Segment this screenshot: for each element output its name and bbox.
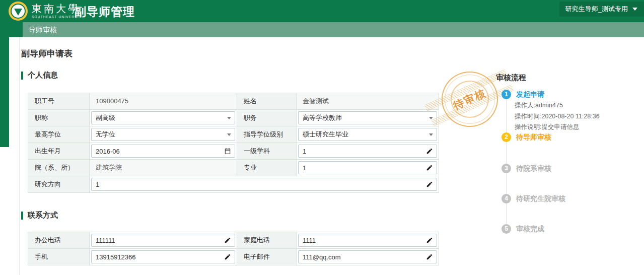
mobile-label: 手机 (28, 249, 90, 265)
name-value: 金智测试 (297, 93, 439, 110)
workflow-step-5: 5 审核完成 (502, 224, 544, 234)
guide-level-value: 硕士研究生毕业 (303, 130, 348, 139)
major-input[interactable]: 1 (298, 161, 437, 174)
first-discipline-label: 一级学科 (237, 143, 297, 160)
section-header-contact: 联系方式 (21, 211, 58, 220)
title-rank-value: 副高级 (96, 113, 115, 122)
personal-info-table: 职工号 109000475 姓名 金智测试 职称 副高级 职务 高等学校教师 最… (28, 93, 439, 193)
staff-id-value: 109000475 (90, 93, 237, 110)
step-label: 发起申请 (516, 90, 544, 99)
highest-degree-select[interactable]: 无学位 (91, 128, 235, 141)
detail-note: 操作说明:提交申请信息 (515, 122, 600, 133)
nav-item-mentor-review[interactable]: 导师审核 (29, 22, 57, 37)
step-number-badge: 4 (502, 194, 511, 203)
step-number-badge: 2 (502, 132, 511, 142)
section-title: 个人信息 (28, 71, 58, 80)
nav-left-segment (0, 22, 23, 37)
workflow-step-3: 3 待院系审核 (502, 164, 551, 173)
position-select[interactable]: 高等学校教师 (298, 111, 437, 124)
step-label: 待院系审核 (516, 164, 551, 173)
title-rank-select[interactable]: 副高级 (91, 111, 235, 124)
section-marker (21, 212, 23, 220)
research-direction-input[interactable]: 1 (91, 178, 437, 191)
position-value: 高等学校教师 (303, 113, 342, 122)
user-menu-label: 研究生导师_测试专用 (565, 5, 628, 14)
university-logo-icon (9, 2, 28, 21)
step-label: 待研究生院审核 (516, 194, 565, 203)
contact-info-table: 办公电话 111111 家庭电话 1111 手机 13915912366 (28, 232, 439, 265)
sidebar-strip (0, 37, 9, 147)
application-window: 東南大學 SOUTHEAST UNIVERSITY 副导师管理 研究生导师_测试… (0, 0, 644, 275)
section-header-personal: 个人信息 (21, 71, 58, 80)
birth-month-value: 2016-06 (96, 148, 120, 155)
content-divider (19, 37, 20, 275)
pencil-icon (224, 237, 231, 244)
home-phone-value: 1111 (303, 237, 316, 244)
position-label: 职务 (237, 110, 297, 126)
mobile-value: 13915912366 (96, 253, 136, 261)
guide-level-label: 指导学位级别 (237, 126, 297, 143)
pencil-icon (426, 181, 433, 188)
pencil-icon (426, 253, 433, 260)
office-phone-label: 办公电话 (28, 232, 90, 249)
page-title: 副导师申请表 (21, 48, 73, 59)
app-title: 副导师管理 (75, 4, 135, 20)
chevron-down-icon (227, 117, 231, 119)
pencil-icon (426, 237, 433, 244)
pencil-icon (426, 148, 433, 155)
user-menu[interactable]: 研究生导师_测试专用 (559, 2, 644, 17)
title-rank-label: 职称 (28, 110, 90, 126)
first-discipline-value: 1 (303, 148, 306, 155)
home-phone-label: 家庭电话 (237, 232, 297, 249)
emblem-shield-shape (14, 9, 22, 16)
chevron-down-icon (429, 117, 433, 119)
birth-month-date-input[interactable]: 2016-06 (91, 145, 235, 158)
email-value: 111@qq.com (303, 253, 341, 261)
email-label: 电子邮件 (237, 249, 297, 265)
research-direction-label: 研究方向 (28, 176, 90, 193)
step-label: 审核完成 (516, 225, 544, 234)
detail-time: 操作时间:2020-08-20 11:28:36 (515, 111, 600, 122)
department-label: 院（系、所） (28, 160, 90, 176)
office-phone-input[interactable]: 111111 (91, 234, 235, 247)
research-direction-value: 1 (96, 181, 99, 188)
section-marker (21, 72, 23, 80)
step-number-badge: 5 (502, 224, 511, 234)
chevron-down-icon (632, 8, 637, 11)
stamp-outer-ring (442, 72, 498, 127)
pending-review-stamp: 待审核 (441, 71, 498, 127)
highest-degree-label: 最高学位 (28, 126, 90, 143)
name-label: 姓名 (237, 93, 297, 110)
university-emblem (11, 4, 26, 19)
app-header: 東南大學 SOUTHEAST UNIVERSITY 副导师管理 研究生导师_测试… (0, 0, 644, 22)
stamp-mid-ring (445, 75, 495, 124)
navbar: 导师审核 (0, 22, 644, 37)
office-phone-value: 111111 (96, 237, 115, 244)
major-label: 专业 (237, 160, 297, 176)
workflow-step-1: 1 发起申请 (502, 90, 544, 99)
workflow-title: 审核流程 (496, 73, 526, 83)
section-title: 联系方式 (28, 211, 58, 220)
step-number-badge: 1 (502, 90, 511, 99)
detail-operator: 操作人:admin475 (515, 100, 600, 111)
email-input[interactable]: 111@qq.com (298, 250, 437, 263)
major-value: 1 (303, 164, 306, 172)
staff-id-label: 职工号 (28, 93, 90, 110)
workflow-step-2: 2 待导师审核 (502, 132, 551, 142)
pencil-icon (224, 253, 231, 260)
department-value: 建筑学院 (90, 160, 237, 176)
guide-level-select[interactable]: 硕士研究生毕业 (298, 128, 437, 141)
home-phone-input[interactable]: 1111 (298, 234, 437, 247)
birth-month-label: 出生年月 (28, 143, 90, 160)
workflow-connector-line (506, 94, 507, 230)
stamp-inner-ring (451, 81, 489, 118)
pencil-icon (426, 164, 433, 171)
chevron-down-icon (429, 133, 433, 136)
calendar-icon (224, 148, 231, 155)
workflow-step-1-details: 操作人:admin475 操作时间:2020-08-20 11:28:36 操作… (515, 100, 600, 133)
workflow-panel: 审核流程 1 发起申请 操作人:admin475 操作时间:2020-08-20… (496, 72, 643, 268)
chevron-down-icon (227, 133, 231, 136)
first-discipline-input[interactable]: 1 (298, 145, 437, 158)
workflow-step-4: 4 待研究生院审核 (502, 194, 565, 203)
mobile-input[interactable]: 13915912366 (91, 250, 235, 263)
